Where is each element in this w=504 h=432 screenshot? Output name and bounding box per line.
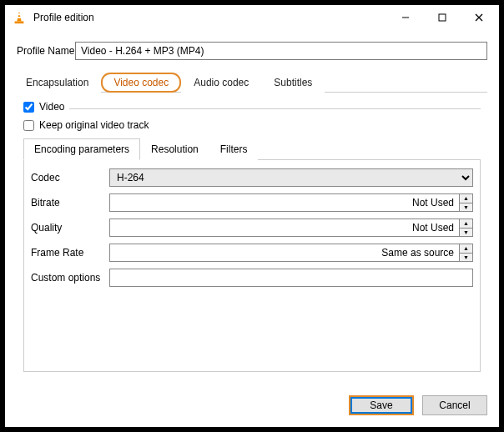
window-title: Profile edition: [33, 12, 387, 23]
framerate-spinbox[interactable]: ▲▼: [109, 244, 473, 262]
titlebar: Profile edition: [5, 5, 499, 30]
sub-tabs: Encoding parameters Resolution Filters: [23, 138, 481, 160]
subtab-resolution[interactable]: Resolution: [140, 138, 209, 160]
video-checkbox-row[interactable]: Video: [23, 101, 64, 113]
svg-rect-2: [15, 22, 24, 24]
codec-select[interactable]: H-264: [109, 168, 473, 187]
encoding-panel: Codec H-264 Bitrate ▲▼ Quality: [23, 160, 481, 372]
minimize-button[interactable]: [387, 6, 424, 29]
keep-original-label: Keep original video track: [39, 119, 149, 131]
tab-video-codec[interactable]: Video codec: [101, 73, 181, 93]
cancel-button[interactable]: Cancel: [422, 395, 487, 415]
profile-name-input[interactable]: [75, 42, 487, 60]
bitrate-label: Bitrate: [31, 197, 109, 208]
down-arrow-icon[interactable]: ▼: [460, 254, 472, 262]
up-arrow-icon[interactable]: ▲: [460, 219, 472, 229]
subtab-encoding[interactable]: Encoding parameters: [23, 138, 140, 160]
framerate-label: Frame Rate: [31, 247, 109, 259]
video-groupbox: Video Keep original video track Encoding…: [17, 99, 487, 379]
profile-name-row: Profile Name: [17, 42, 487, 60]
vlc-cone-icon: [12, 10, 27, 25]
bitrate-input[interactable]: [110, 194, 459, 211]
close-button[interactable]: [461, 6, 497, 29]
up-arrow-icon[interactable]: ▲: [460, 194, 472, 203]
save-button[interactable]: Save: [349, 395, 414, 415]
svg-rect-4: [439, 14, 446, 21]
main-tabs: Encapsulation Video codec Audio codec Su…: [17, 72, 487, 93]
video-checkbox[interactable]: [23, 102, 34, 113]
video-checkbox-label: Video: [39, 101, 64, 113]
subtab-filters[interactable]: Filters: [209, 138, 259, 160]
framerate-input[interactable]: [110, 244, 459, 261]
keep-original-checkbox[interactable]: [23, 120, 34, 131]
quality-spinbox[interactable]: ▲▼: [109, 219, 473, 237]
tab-audio-codec[interactable]: Audio codec: [181, 73, 261, 93]
up-arrow-icon[interactable]: ▲: [460, 244, 472, 254]
footer: Save Cancel: [5, 387, 499, 427]
profile-edition-window: Profile edition Profile Name Encapsulati…: [4, 4, 500, 428]
custom-options-label: Custom options: [31, 272, 109, 284]
framerate-stepper[interactable]: ▲▼: [459, 244, 472, 261]
content-area: Profile Name Encapsulation Video codec A…: [5, 30, 499, 387]
down-arrow-icon[interactable]: ▼: [460, 229, 472, 237]
codec-label: Codec: [31, 172, 109, 183]
maximize-button[interactable]: [424, 6, 461, 29]
down-arrow-icon[interactable]: ▼: [460, 203, 472, 212]
profile-name-label: Profile Name: [17, 45, 75, 57]
tab-subtitles[interactable]: Subtitles: [261, 73, 325, 93]
svg-rect-1: [18, 17, 22, 18]
quality-stepper[interactable]: ▲▼: [459, 219, 472, 236]
quality-input[interactable]: [110, 219, 459, 236]
custom-options-input[interactable]: [109, 269, 473, 287]
tab-encapsulation[interactable]: Encapsulation: [17, 73, 101, 93]
quality-label: Quality: [31, 222, 109, 234]
bitrate-stepper[interactable]: ▲▼: [459, 194, 472, 211]
svg-rect-0: [18, 14, 21, 16]
keep-original-row[interactable]: Keep original video track: [23, 119, 481, 131]
group-line: [69, 108, 481, 109]
bitrate-spinbox[interactable]: ▲▼: [109, 193, 473, 212]
